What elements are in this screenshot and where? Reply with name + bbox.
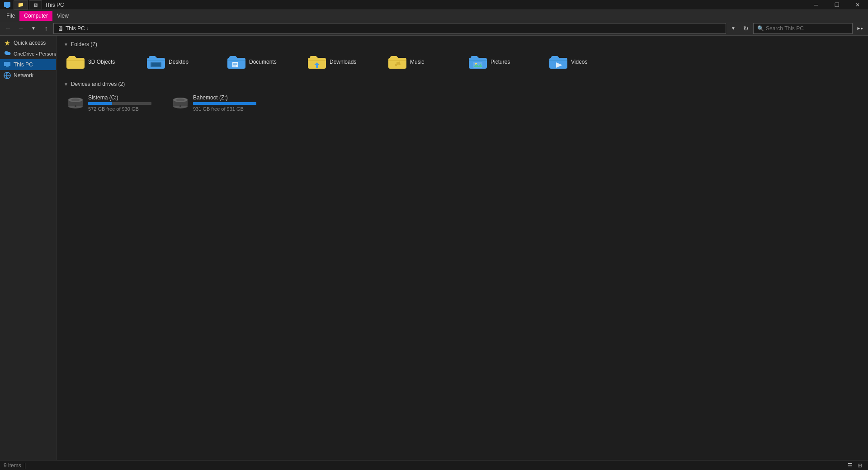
sidebar-item-this-pc[interactable]: This PC — [0, 59, 56, 70]
path-icon: 🖥 — [57, 25, 64, 32]
ribbon-tab-view[interactable]: View — [52, 11, 73, 21]
ribbon: File Computer View — [0, 10, 868, 21]
drive-c-bar-fill — [88, 102, 112, 105]
folder-icon-pictures — [469, 54, 487, 70]
folder-name-music: Music — [410, 59, 424, 65]
folder-icon-music — [388, 54, 406, 70]
folders-section-header[interactable]: ▼ Folders (7) — [64, 41, 861, 47]
svg-point-24 — [71, 99, 80, 101]
drive-z-icon — [172, 96, 189, 110]
quick-access-icon — [4, 39, 11, 47]
drive-z-name: Bahemoot (Z:) — [193, 94, 264, 101]
folder-icon-3d-objects — [66, 54, 85, 70]
drive-z-bar-bg — [193, 102, 256, 105]
window-controls: ─ ❐ ✕ — [806, 0, 868, 10]
status-item-count: 9 items | — [4, 462, 26, 469]
folder-name-videos: Videos — [571, 59, 587, 65]
recent-locations-button[interactable]: ▼ — [28, 23, 39, 34]
svg-rect-4 — [4, 62, 10, 66]
folders-title: Folders (7) — [71, 41, 97, 47]
dropdown-button[interactable]: ▼ — [728, 23, 739, 34]
window-title: This PC — [45, 2, 64, 8]
restore-button[interactable]: ❐ — [826, 0, 847, 10]
folder-name-downloads: Downloads — [330, 59, 356, 65]
view-icons-button[interactable]: ⊞ — [855, 461, 864, 470]
sidebar-label-this-pc: This PC — [14, 61, 33, 68]
drive-c[interactable]: Sistema (C:) 572 GB free of 930 GB — [64, 92, 163, 114]
svg-point-17 — [399, 63, 401, 65]
folder-name-3d-objects: 3D Objects — [88, 59, 115, 65]
folder-name-desktop: Desktop — [169, 59, 189, 65]
devices-chevron: ▼ — [64, 82, 68, 87]
path-label: This PC — [66, 25, 85, 32]
path-arrow: › — [87, 25, 89, 32]
close-button[interactable]: ✕ — [847, 0, 868, 10]
drive-c-bar-bg — [88, 102, 151, 105]
minimize-button[interactable]: ─ — [806, 0, 826, 10]
refresh-button[interactable]: ↻ — [741, 23, 751, 34]
drive-c-size: 572 GB free of 930 GB — [88, 106, 160, 112]
folder-documents[interactable]: Documents — [225, 52, 302, 72]
folder-name-pictures: Pictures — [491, 59, 510, 65]
folder-desktop[interactable]: Desktop — [144, 52, 221, 72]
this-pc-icon — [4, 61, 11, 68]
onedrive-icon — [4, 50, 11, 57]
folder-downloads[interactable]: Downloads — [305, 52, 382, 72]
svg-point-29 — [176, 99, 185, 101]
title-bar-tabs: 📁 🖥 — [14, 0, 42, 9]
svg-marker-3 — [5, 40, 10, 46]
up-button[interactable]: ↑ — [41, 23, 52, 34]
svg-rect-6 — [5, 67, 9, 67]
status-bar: 9 items | ☰ ⊞ — [0, 460, 868, 470]
drives-grid: Sistema (C:) 572 GB free of 930 GB — [64, 92, 861, 114]
ribbon-tab-computer[interactable]: Computer — [19, 11, 52, 21]
options-button[interactable]: ►▸ — [854, 23, 865, 34]
sidebar-label-network: Network — [14, 72, 33, 79]
sidebar-label-onedrive: OneDrive - Personal — [14, 51, 57, 56]
title-tab-1[interactable]: 📁 — [14, 0, 28, 9]
address-bar: ← → ▼ ↑ 🖥 This PC › ▼ ↻ 🔍 ►▸ — [0, 21, 868, 36]
svg-rect-2 — [5, 8, 9, 8]
sidebar-item-quick-access[interactable]: Quick access — [0, 38, 56, 48]
folder-icon-desktop — [147, 54, 165, 70]
sidebar-item-onedrive[interactable]: OneDrive - Personal — [0, 48, 56, 59]
view-details-button[interactable]: ☰ — [845, 461, 854, 470]
ribbon-tab-file[interactable]: File — [2, 11, 19, 21]
back-button[interactable]: ← — [3, 23, 14, 34]
address-path[interactable]: 🖥 This PC › — [53, 23, 726, 34]
title-bar: 📁 🖥 This PC ─ ❐ ✕ — [0, 0, 868, 10]
search-box[interactable]: 🔍 — [753, 23, 853, 34]
folder-music[interactable]: Music — [386, 52, 462, 72]
folder-name-documents: Documents — [249, 59, 277, 65]
view-toggle: ☰ ⊞ — [845, 461, 864, 470]
search-icon: 🔍 — [757, 25, 764, 32]
app-icon — [4, 1, 11, 9]
folder-icon-documents — [227, 54, 245, 70]
svg-rect-5 — [6, 66, 9, 67]
folder-3d-objects[interactable]: 3D Objects — [64, 52, 141, 72]
folders-grid: 3D Objects Desktop — [64, 52, 861, 72]
folders-chevron: ▼ — [64, 42, 68, 47]
main-area: Quick access OneDrive - Personal This PC — [0, 36, 868, 460]
search-input[interactable] — [766, 25, 849, 32]
sidebar-item-network[interactable]: Network — [0, 70, 56, 81]
status-right: ☰ ⊞ — [845, 461, 864, 470]
forward-button[interactable]: → — [15, 23, 26, 34]
folder-videos[interactable]: Videos — [547, 52, 623, 72]
title-tab-2[interactable]: 🖥 — [29, 0, 42, 9]
svg-rect-1 — [6, 7, 9, 8]
drive-z[interactable]: Bahemoot (Z:) 931 GB free of 931 GB — [169, 92, 268, 114]
devices-title: Devices and drives (2) — [71, 81, 125, 87]
content-area: ▼ Folders (7) 3D Objects — [57, 36, 868, 460]
svg-rect-10 — [151, 63, 160, 66]
folder-icon-downloads — [308, 54, 326, 70]
title-bar-left: 📁 🖥 This PC — [4, 0, 64, 9]
drive-z-size: 931 GB free of 931 GB — [193, 106, 264, 112]
devices-section-header[interactable]: ▼ Devices and drives (2) — [64, 81, 861, 87]
svg-rect-0 — [4, 2, 10, 7]
folder-pictures[interactable]: Pictures — [466, 52, 543, 72]
ribbon-tabs: File Computer View — [0, 10, 868, 21]
sidebar: Quick access OneDrive - Personal This PC — [0, 36, 57, 460]
drive-c-icon — [67, 96, 84, 110]
drive-c-name: Sistema (C:) — [88, 94, 160, 101]
